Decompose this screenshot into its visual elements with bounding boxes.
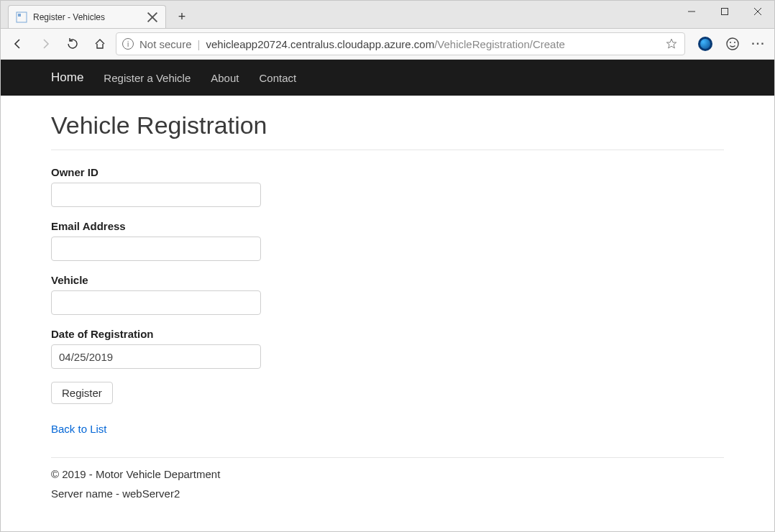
svg-point-10 (730, 42, 731, 43)
register-button[interactable]: Register (51, 382, 113, 404)
page-favicon (16, 12, 27, 23)
security-status: Not secure (139, 38, 192, 50)
browser-window: Register - Vehicles + (0, 0, 775, 532)
address-separator: | (198, 38, 201, 50)
extension-icon[interactable] (694, 32, 717, 55)
nav-about[interactable]: About (211, 72, 239, 84)
svg-rect-1 (18, 14, 21, 17)
footer-divider (51, 457, 724, 458)
date-label: Date of Registration (51, 328, 724, 340)
nav-forward-button[interactable] (34, 32, 57, 55)
field-vehicle: Vehicle (51, 274, 724, 315)
info-icon: i (122, 38, 134, 50)
url-path: /VehicleRegistration/Create (434, 38, 565, 50)
favorite-star-icon[interactable] (664, 38, 679, 50)
more-menu-button[interactable]: ··· (748, 32, 769, 55)
url-text: vehicleapp20724.centralus.cloudapp.azure… (206, 38, 564, 50)
tab-close-button[interactable] (147, 12, 158, 23)
email-input[interactable] (51, 237, 261, 261)
toolbar-right-icons: ··· (694, 32, 769, 55)
browser-tab[interactable]: Register - Vehicles (8, 5, 166, 28)
tab-title: Register - Vehicles (33, 12, 147, 22)
svg-point-9 (727, 38, 738, 50)
vehicle-label: Vehicle (51, 274, 724, 286)
footer-server-name: Server name - webServer2 (51, 487, 724, 500)
content-container: Vehicle Registration Owner ID Email Addr… (51, 111, 724, 500)
footer-copyright: © 2019 - Motor Vehicle Department (51, 468, 724, 480)
nav-home[interactable]: Home (51, 70, 83, 85)
owner-id-input[interactable] (51, 183, 261, 207)
vehicle-input[interactable] (51, 290, 261, 315)
field-email: Email Address (51, 220, 724, 261)
maximize-button[interactable] (708, 1, 741, 22)
title-divider (51, 150, 724, 150)
site-navbar: Home Register a Vehicle About Contact (1, 60, 774, 96)
field-date: Date of Registration (51, 328, 724, 369)
browser-toolbar: i Not secure | vehicleapp20724.centralus… (1, 28, 774, 60)
nav-contact[interactable]: Contact (259, 72, 296, 84)
registration-form: Owner ID Email Address Vehicle Date of R… (51, 166, 724, 404)
owner-id-label: Owner ID (51, 166, 724, 178)
url-host: vehicleapp20724.centralus.cloudapp.azure… (206, 38, 434, 50)
close-window-button[interactable] (741, 1, 774, 22)
back-to-list-link[interactable]: Back to List (51, 423, 107, 435)
new-tab-button[interactable]: + (172, 6, 192, 27)
refresh-button[interactable] (61, 32, 84, 55)
address-bar[interactable]: i Not secure | vehicleapp20724.centralus… (116, 32, 685, 55)
page-viewport: Home Register a Vehicle About Contact Ve… (1, 60, 774, 531)
minimize-button[interactable] (675, 1, 708, 22)
nav-register-vehicle[interactable]: Register a Vehicle (104, 72, 191, 84)
window-controls (675, 1, 774, 22)
email-label: Email Address (51, 220, 724, 232)
page-title: Vehicle Registration (51, 111, 724, 139)
feedback-smiley-icon[interactable] (721, 32, 744, 55)
svg-point-11 (734, 42, 735, 43)
titlebar: Register - Vehicles + (1, 1, 774, 28)
nav-back-button[interactable] (6, 32, 29, 55)
field-owner-id: Owner ID (51, 166, 724, 207)
date-input[interactable] (51, 344, 261, 369)
svg-rect-5 (722, 9, 728, 15)
svg-marker-8 (666, 39, 676, 48)
home-button[interactable] (88, 32, 111, 55)
